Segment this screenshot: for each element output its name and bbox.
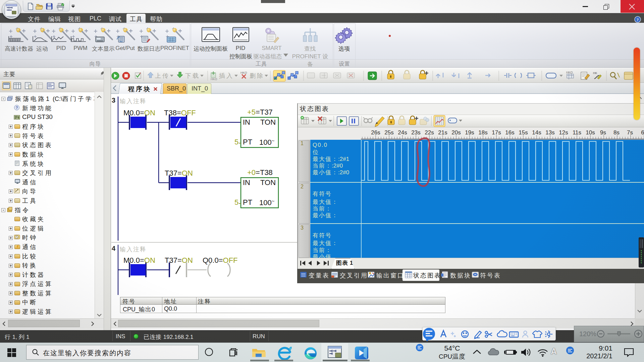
svg-text:8s: 8s <box>613 129 620 136</box>
svg-text:21s: 21s <box>438 129 447 136</box>
svg-text:7s: 7s <box>627 129 633 136</box>
svg-text:16s: 16s <box>505 129 514 136</box>
svg-text:12s: 12s <box>559 129 568 136</box>
svg-text:插入: 插入 <box>219 72 234 79</box>
svg-text:17s: 17s <box>492 129 501 136</box>
svg-text:HKO: HKO <box>240 71 247 74</box>
svg-text:HKO: HKO <box>211 77 217 81</box>
svg-text:15s: 15s <box>519 129 528 136</box>
svg-text:11s: 11s <box>573 129 581 136</box>
svg-text:13s: 13s <box>545 129 554 136</box>
svg-text:19s: 19s <box>465 129 474 136</box>
svg-text:20s: 20s <box>451 129 461 136</box>
svg-text:?: ? <box>16 106 18 110</box>
svg-text:删除: 删除 <box>250 72 264 79</box>
svg-text:?: ? <box>637 17 639 22</box>
svg-text:22s: 22s <box>425 129 434 136</box>
svg-text:HK: HK <box>593 71 597 75</box>
svg-text:下载: 下载 <box>185 72 200 79</box>
svg-text:24s: 24s <box>398 129 407 136</box>
svg-text:23s: 23s <box>411 129 420 136</box>
svg-text:9s: 9s <box>600 129 606 136</box>
svg-text:10s: 10s <box>586 129 595 136</box>
svg-text:上传: 上传 <box>155 72 170 79</box>
svg-text:26s: 26s <box>371 129 380 136</box>
svg-text:18s: 18s <box>478 129 487 136</box>
svg-text:6: 6 <box>641 129 644 136</box>
svg-text:HKO: HKO <box>566 71 573 74</box>
svg-text:14s: 14s <box>532 129 541 136</box>
svg-text:25s: 25s <box>384 129 393 136</box>
